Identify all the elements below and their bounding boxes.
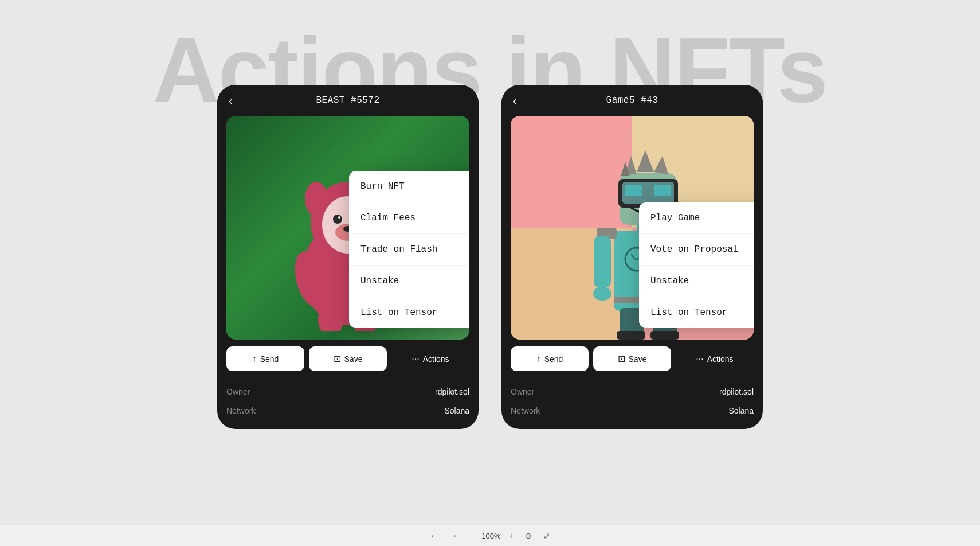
toolbar-zoom-level: 100% <box>481 532 500 540</box>
toolbar-redo-button[interactable]: → <box>446 529 461 543</box>
phone2-dropdown: Play Game Vote on Proposal Unstake List … <box>639 202 754 328</box>
phone1-info-rows: Owner rdpilot.sol Network Solana <box>217 378 479 429</box>
phone2-send-label: Send <box>544 354 563 364</box>
svg-rect-32 <box>594 236 611 288</box>
svg-marker-28 <box>654 156 668 174</box>
phone2-header: ‹ Game5 #43 <box>501 85 763 116</box>
dropdown-item-unstake[interactable]: Unstake <box>349 266 469 297</box>
dropdown-item-burn[interactable]: Burn NFT <box>349 171 469 202</box>
send-icon: ↑ <box>252 354 257 364</box>
phone2-actions-label: Actions <box>707 354 734 364</box>
svg-rect-41 <box>650 331 679 340</box>
phone2-send-button[interactable]: ↑ Send <box>511 346 589 371</box>
toolbar-settings-button[interactable]: ⊙ <box>522 529 535 543</box>
phone1-nft-image: Burn NFT Claim Fees Trade on Flash Unsta… <box>226 116 469 340</box>
dropdown-item-unstake2[interactable]: Unstake <box>639 266 754 297</box>
phone1-action-buttons: ↑ Send ⊡ Save ··· Actions <box>217 340 479 378</box>
svg-rect-25 <box>654 185 671 196</box>
svg-point-34 <box>593 287 611 301</box>
phone2-network-value: Solana <box>728 406 754 415</box>
save-icon2: ⊡ <box>618 353 625 364</box>
phone1-send-label: Send <box>260 354 279 364</box>
svg-rect-40 <box>617 331 645 340</box>
phone2-action-buttons: ↑ Send ⊡ Save ··· Actions <box>501 340 763 378</box>
svg-marker-27 <box>637 150 654 172</box>
toolbar-minus-button[interactable]: − <box>465 529 477 543</box>
phone1-send-button[interactable]: ↑ Send <box>226 346 304 371</box>
phone1-dropdown: Burn NFT Claim Fees Trade on Flash Unsta… <box>349 171 469 328</box>
svg-point-7 <box>338 216 340 219</box>
phone2-actions-button[interactable]: ··· Actions <box>676 346 754 371</box>
phone1-network-row: Network Solana <box>226 401 469 420</box>
dropdown-item-vote[interactable]: Vote on Proposal <box>639 234 754 266</box>
actions-icon2: ··· <box>696 354 703 364</box>
phone1-actions-label: Actions <box>423 354 449 364</box>
actions-icon: ··· <box>411 354 419 364</box>
phone1-back-button[interactable]: ‹ <box>229 94 233 107</box>
phone2-nft-image: Play Game Vote on Proposal Unstake List … <box>511 116 754 340</box>
phone2-info-rows: Owner rdpilot.sol Network Solana <box>501 378 763 429</box>
phone2-back-button[interactable]: ‹ <box>513 94 517 107</box>
phone2-owner-label: Owner <box>511 387 534 396</box>
phone2-save-button[interactable]: ⊡ Save <box>593 346 671 371</box>
phone2-title: Game5 #43 <box>606 95 658 106</box>
phone1-owner-value: rdpilot.sol <box>435 387 469 396</box>
phone2-save-label: Save <box>629 354 647 364</box>
dropdown-item-trade[interactable]: Trade on Flash <box>349 234 469 266</box>
phone-beast: ‹ BEAST #5572 <box>217 85 479 429</box>
phone1-save-button[interactable]: ⊡ Save <box>309 346 387 371</box>
phone1-network-label: Network <box>226 406 256 415</box>
phone1-header: ‹ BEAST #5572 <box>217 85 479 116</box>
bottom-toolbar: ← → − 100% + ⊙ ⤢ <box>0 525 980 546</box>
toolbar-plus-button[interactable]: + <box>505 529 517 543</box>
phone1-owner-row: Owner rdpilot.sol <box>226 383 469 401</box>
phone2-owner-row: Owner rdpilot.sol <box>511 383 754 401</box>
dropdown-item-play[interactable]: Play Game <box>639 202 754 234</box>
dropdown-item-list2[interactable]: List on Tensor <box>639 297 754 328</box>
phone1-title: BEAST #5572 <box>316 95 379 106</box>
svg-rect-24 <box>625 185 642 196</box>
phone1-owner-label: Owner <box>226 387 250 396</box>
phone1-network-value: Solana <box>444 406 469 415</box>
phones-container: ‹ BEAST #5572 <box>217 85 763 429</box>
svg-point-2 <box>305 182 328 216</box>
svg-point-5 <box>333 214 342 224</box>
phone1-save-label: Save <box>344 354 363 364</box>
save-icon: ⊡ <box>334 353 341 364</box>
dropdown-item-claim[interactable]: Claim Fees <box>349 202 469 234</box>
toolbar-fullscreen-button[interactable]: ⤢ <box>540 529 554 543</box>
phone1-actions-button[interactable]: ··· Actions <box>391 346 469 371</box>
phone2-network-row: Network Solana <box>511 401 754 420</box>
dropdown-item-list[interactable]: List on Tensor <box>349 297 469 328</box>
toolbar-undo-button[interactable]: ← <box>426 529 441 543</box>
phone2-network-label: Network <box>511 406 540 415</box>
phone-game: ‹ Game5 #43 <box>501 85 763 429</box>
send-icon2: ↑ <box>536 354 541 364</box>
phone2-owner-value: rdpilot.sol <box>719 387 754 396</box>
